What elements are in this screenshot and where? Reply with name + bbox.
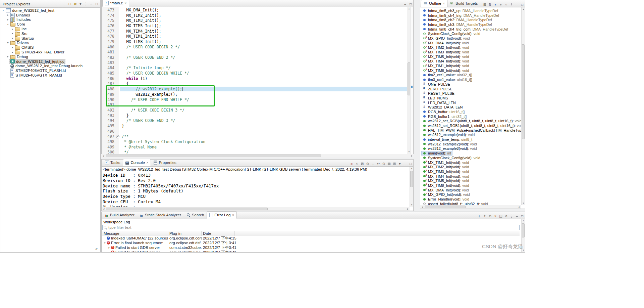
tree-item-body[interactable]: CMSIS — [14, 45, 34, 50]
terminate-icon[interactable]: ■ — [349, 161, 354, 166]
tab-console[interactable]: Console× — [123, 159, 151, 166]
tree-expand-arrow[interactable]: ▸ — [6, 55, 10, 58]
outline-item[interactable]: SystemClock_Config(void) : void — [420, 156, 521, 160]
outline-item-body[interactable]: hdma_tim5_ch3_up : DMA_HandleTypeDef — [422, 9, 499, 13]
outline-item-body[interactable]: ZERO_PULSE — [422, 87, 453, 91]
tree-item-body[interactable]: Includes — [10, 17, 32, 22]
code-line[interactable]: 479 MX_TIM8_Init(); — [102, 39, 407, 44]
outline-item-body[interactable]: LED_NUMS — [422, 96, 449, 100]
outline-item[interactable]: ws2812_example2(void) : void — [420, 142, 521, 146]
log-expand-arrow[interactable]: ▾ — [103, 241, 107, 245]
maximize-icon[interactable]: □ — [408, 161, 413, 166]
code-line[interactable]: 482 /* USER CODE END 2 */ — [102, 55, 407, 60]
scroll-up-icon[interactable]: ▲ — [522, 7, 525, 11]
outline-item[interactable]: hdma_tim5_ch3_up : DMA_HandleTypeDef — [420, 8, 521, 13]
outline-item[interactable]: SystemClock_Config(void) : void — [420, 31, 521, 36]
scrollbar-thumb[interactable] — [425, 206, 466, 208]
tree-item[interactable]: ▸ Src — [0, 31, 100, 36]
outline-item-body[interactable]: Error_Handler(void) : void — [422, 197, 470, 201]
scroll-left-icon[interactable]: ◀ — [102, 207, 105, 211]
hide-static-icon[interactable]: ● — [498, 2, 503, 7]
outline-item[interactable]: main(void) : int — [420, 151, 521, 156]
outline-item-body[interactable]: WS2812_DATA_LEN — [422, 105, 464, 109]
tab-static-stack-analyzer[interactable]: Static Stack Analyzer — [137, 211, 184, 219]
filter-input[interactable] — [108, 225, 519, 230]
code-line[interactable]: 497 /** — [102, 134, 407, 139]
tab-outline[interactable]: Outline× — [421, 0, 447, 7]
fold-margin[interactable] — [115, 65, 120, 71]
word-wrap-icon[interactable]: ↩ — [376, 161, 381, 166]
tree-item[interactable]: STM32F405VGTX_FLASH.ld — [0, 68, 100, 73]
tab-main-c[interactable]: *main.c× — [102, 0, 129, 7]
filter-box[interactable] — [102, 225, 520, 230]
fold-margin[interactable] — [115, 23, 120, 29]
tree-item[interactable]: ▸ CMSIS — [0, 45, 100, 50]
minimize-icon[interactable]: – — [89, 1, 94, 6]
tree-item-body[interactable]: dome_WS2812_led_test.ioc — [10, 59, 65, 63]
hide-fields-icon[interactable]: ● — [493, 2, 498, 7]
outline-item[interactable]: LED_NUMS — [420, 96, 521, 100]
outline-item[interactable]: ONE_PULSE — [420, 82, 521, 87]
outline-item-body[interactable]: MX_DMA_Init(void) : void — [422, 41, 470, 45]
tree-item-body[interactable]: STM32F405VGTX_FLASH.ld — [10, 69, 66, 73]
minimize-icon[interactable]: – — [402, 161, 408, 166]
fold-margin[interactable] — [115, 34, 120, 39]
fold-margin[interactable] — [115, 97, 120, 102]
outline-item-body[interactable]: SystemClock_Config(void) : void — [422, 32, 481, 36]
fold-margin[interactable] — [115, 113, 120, 118]
fold-margin[interactable] — [115, 139, 120, 144]
scrollbar-thumb[interactable] — [106, 155, 321, 157]
tree-item-body[interactable]: Startup — [14, 36, 35, 41]
outline-vertical-scrollbar[interactable]: ▲ ▼ — [521, 7, 525, 205]
close-tab-icon[interactable]: × — [124, 1, 126, 5]
code-line[interactable]: 481 — [102, 50, 407, 55]
log-row[interactable]: ▸ Failed to start GDB server com.st.stm3… — [102, 245, 520, 250]
outline-item[interactable]: MX_TIM3_Init(void) : void — [420, 169, 521, 174]
fold-margin[interactable] — [115, 39, 120, 44]
fold-margin[interactable] — [115, 81, 120, 87]
open-console-icon[interactable]: ⊞ — [392, 161, 397, 166]
code-line[interactable]: 496 — [102, 129, 407, 134]
scrollbar-thumb[interactable] — [410, 171, 413, 187]
display-console-icon[interactable]: ▤ — [386, 161, 392, 166]
outline-item[interactable]: HAL_TIM_PWM_PulseFinishedCallback(TIM_Ha… — [420, 128, 521, 133]
outline-item-body[interactable]: hdma_tim8_ch2 : DMA_HandleTypeDef — [422, 18, 493, 22]
outline-item[interactable]: interval_time_temp : uint8_t — [420, 137, 521, 142]
close-tab-icon[interactable]: × — [232, 213, 234, 217]
hide-non-public-icon[interactable]: ○ — [503, 2, 509, 7]
outline-horizontal-scrollbar[interactable]: ◀ ▶ — [420, 205, 521, 209]
outline-item-body[interactable]: MX_TIM2_Init(void) : void — [422, 45, 470, 49]
log-expand-arrow[interactable]: ▸ — [107, 246, 111, 249]
outline-item-body[interactable]: MX_TIM8_Init(void) : void — [422, 183, 470, 187]
outline-item-body[interactable]: RGB_buffur : uint16_t[] — [422, 110, 466, 114]
scrollbar-thumb[interactable] — [408, 62, 410, 95]
outline-item-body[interactable]: MX_TIM3_Init(void) : void — [422, 50, 470, 54]
column-header-date[interactable]: Date — [202, 231, 235, 236]
fold-margin[interactable] — [115, 7, 120, 13]
fold-margin[interactable] — [115, 134, 120, 139]
outline-item-body[interactable]: main(void) : int — [422, 151, 452, 155]
tree-item-body[interactable]: STM32F4xx_HAL_Driver — [14, 50, 65, 54]
collapse-all-icon[interactable]: ⊟ — [67, 1, 72, 6]
code-line[interactable]: 487 { — [102, 81, 407, 87]
outline-item[interactable]: LED_DATA_LEN — [420, 100, 521, 105]
scroll-down-icon[interactable]: ▼ — [410, 203, 414, 207]
tree-item-body[interactable]: Core — [10, 22, 26, 27]
tree-item[interactable]: ▸ Includes — [0, 17, 100, 22]
tree-item[interactable]: ▸ STM32F4xx_HAL_Driver — [0, 50, 100, 54]
sort-icon[interactable]: ⇅ — [487, 2, 493, 7]
outline-item-body[interactable]: MX_TIM3_Init(void) : void — [422, 170, 470, 174]
maximize-icon[interactable]: □ — [408, 2, 413, 7]
tree-item-body[interactable]: STM32F405VGTX_RAM.ld — [10, 73, 63, 78]
tree-item-body[interactable]: dome_WS2812_led_test Debug.launch — [10, 64, 83, 68]
filter-icon[interactable]: ▼ — [78, 1, 83, 6]
outline-item[interactable]: MX_TIM4_Init(void) : void — [420, 59, 521, 64]
fold-margin[interactable] — [115, 102, 120, 107]
outline-item-body[interactable]: MX_TIM5_Init(void) : void — [422, 179, 470, 183]
outline-item-body[interactable]: MX_DMA_Init(void) : void — [422, 188, 470, 192]
code-line[interactable]: 476 MX_TIM5_Init(); — [102, 23, 407, 29]
outline-item[interactable]: MX_TIM8_Init(void) : void — [420, 183, 521, 188]
scroll-right-icon[interactable]: ▶ — [406, 207, 410, 211]
console-output[interactable]: Device ID : 0x413Revision ID : Rev 2.0De… — [103, 173, 409, 207]
code-line[interactable]: 486 while (1) — [102, 76, 407, 81]
